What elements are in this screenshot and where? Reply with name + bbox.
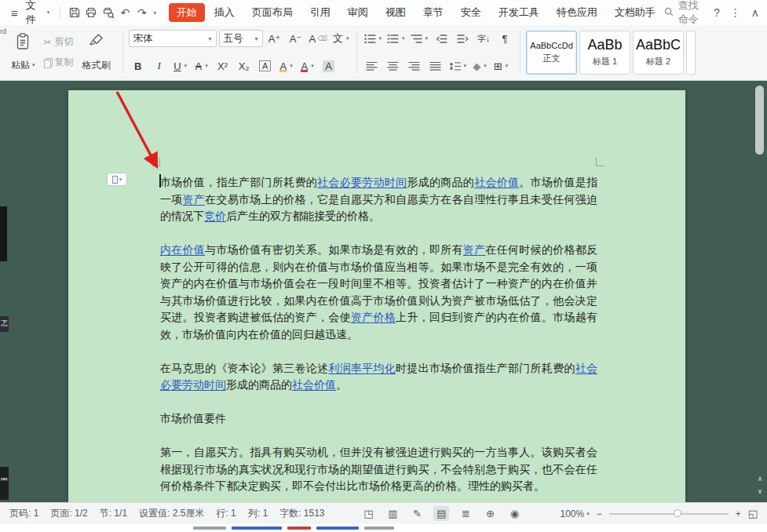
previous-page-button[interactable]: ∧ (754, 473, 765, 485)
status-item[interactable]: 设置值: 2.5厘米 (139, 507, 204, 520)
numbered-list-button[interactable] (385, 30, 407, 47)
read-mode-icon[interactable]: ▥ (385, 506, 400, 521)
justify-button[interactable] (426, 57, 445, 75)
redo-icon[interactable]: ↷ (133, 3, 151, 22)
show-formatting-marks-button[interactable]: ¶ (495, 30, 514, 47)
print-preview-icon[interactable] (100, 3, 117, 22)
print-icon[interactable] (83, 3, 100, 22)
hyperlink[interactable]: 资产价格 (351, 312, 396, 323)
sort-button[interactable]: 字↓ (474, 30, 493, 47)
font-size-select[interactable]: 五号▾ (219, 30, 263, 47)
bullet-list-button[interactable] (363, 30, 384, 47)
tab-insert[interactable]: 插入 (206, 3, 243, 22)
paragraph-tools-button[interactable]: ▾ (107, 173, 127, 186)
zoom-slider-knob[interactable] (674, 509, 681, 517)
next-page-button[interactable]: ∨ (754, 486, 765, 497)
font-color-button[interactable]: A (298, 57, 317, 75)
tab-doc-assistant[interactable]: 文档助手 (607, 3, 663, 22)
character-border-button[interactable]: A (256, 57, 275, 75)
hyperlink[interactable]: 利润率平均化 (328, 363, 396, 374)
tab-section[interactable]: 章节 (415, 3, 451, 22)
document-page[interactable]: ▾ 市场价值，指生产部门所耗费的社会必要劳动时间形成的商品的社会价值。市场价值是… (68, 90, 685, 502)
line-spacing-button[interactable] (447, 57, 469, 75)
underline-button[interactable]: U (171, 57, 190, 75)
style-normal[interactable]: AaBbCcDd 正文 (526, 31, 577, 75)
collapse-ribbon-icon[interactable]: ∧ (751, 6, 759, 19)
hyperlink[interactable]: 社会价值 (292, 379, 336, 391)
tab-view[interactable]: 视图 (378, 3, 414, 22)
shading-button[interactable]: ◆ (470, 57, 489, 75)
pinyin-guide-button[interactable]: 文 (331, 30, 351, 47)
hyperlink[interactable]: 资产 (463, 244, 486, 256)
increase-font-button[interactable]: A⁺ (265, 30, 284, 47)
web-layout-view-icon[interactable]: ⊕ (482, 506, 498, 521)
fullscreen-view-icon[interactable]: ◳ (360, 506, 376, 521)
highlight-color-button[interactable]: A (277, 57, 296, 75)
borders-button[interactable]: ⊞ (491, 57, 510, 75)
hyperlink[interactable]: 社会必要劳动时间 (317, 177, 407, 188)
align-right-button[interactable] (405, 57, 424, 75)
zoom-out-button[interactable]: − (597, 508, 602, 519)
ink-pen-icon[interactable]: ✎ (409, 506, 425, 521)
strikethrough-button[interactable]: A (192, 57, 211, 75)
save-icon[interactable] (66, 3, 83, 22)
eye-protection-mode-icon[interactable]: ◉ (506, 506, 522, 521)
print-layout-view-icon[interactable]: ▤ (433, 506, 449, 521)
status-item[interactable]: 字数: 1513 (279, 507, 324, 520)
paragraph-group: 字↓ ¶ ◆ ⊞ (363, 29, 515, 75)
paste-button[interactable]: 粘贴 (6, 29, 40, 75)
scrollbar-thumb[interactable] (755, 86, 764, 155)
more-menu-icon[interactable]: ⋮ (730, 6, 741, 19)
search-label: 查找命令 (678, 0, 703, 27)
outline-view-icon[interactable]: ≣ (458, 506, 473, 521)
zoom-slider[interactable] (609, 513, 729, 515)
copy-button[interactable]: 复制 (44, 56, 74, 69)
subscript-button[interactable]: X₂ (235, 57, 254, 75)
tab-references[interactable]: 引用 (302, 3, 338, 22)
align-center-button[interactable] (384, 57, 403, 75)
status-item[interactable]: 列: 1 (248, 507, 268, 520)
paragraph: 市场价值要件 (160, 410, 597, 428)
tab-home[interactable]: 开始 (169, 3, 205, 22)
clear-format-button[interactable]: A⌫ (308, 30, 329, 47)
file-menu-button[interactable]: 文件 (21, 0, 55, 29)
bold-button[interactable]: B (129, 57, 148, 75)
help-icon[interactable]: ? (714, 6, 720, 19)
align-left-button[interactable] (363, 57, 382, 75)
multilevel-list-button[interactable] (409, 30, 430, 47)
decrease-indent-button[interactable] (432, 30, 451, 47)
tab-security[interactable]: 安全 (453, 3, 489, 22)
main-menu-icon[interactable]: ≡ (8, 5, 21, 21)
quick-access-caret-icon[interactable]: ▾ (151, 3, 159, 22)
italic-button[interactable]: I (150, 57, 169, 75)
character-shading-button[interactable]: A (320, 57, 338, 75)
status-item[interactable]: 页面: 1/2 (50, 507, 87, 520)
vertical-scrollbar[interactable]: ∧ ∨ (754, 82, 765, 499)
zoom-level[interactable]: 100% (560, 508, 589, 519)
style-heading-1[interactable]: AaBb 标题 1 (579, 31, 630, 75)
undo-icon[interactable]: ↶ (117, 3, 134, 22)
increase-indent-button[interactable] (453, 30, 472, 47)
divider (60, 6, 60, 19)
hyperlink[interactable]: 社会价值 (474, 177, 519, 188)
style-heading-2[interactable]: AaBbC 标题 2 (633, 31, 684, 75)
superscript-button[interactable]: X² (214, 57, 232, 75)
status-item[interactable]: 节: 1/1 (100, 507, 127, 520)
hyperlink[interactable]: 内在价值 (160, 244, 205, 256)
decrease-font-button[interactable]: A⁻ (287, 30, 305, 47)
status-item[interactable]: 行: 1 (216, 507, 236, 520)
zoom-in-button[interactable]: + (736, 508, 741, 519)
search-command-button[interactable]: 查找命令 (663, 0, 703, 27)
fit-page-button[interactable]: ◱ (748, 508, 758, 519)
tab-page-layout[interactable]: 页面布局 (244, 3, 301, 22)
styles-gallery-overflow[interactable] (686, 31, 696, 75)
tab-dev-tools[interactable]: 开发工具 (491, 3, 547, 22)
hyperlink[interactable]: 资产 (183, 194, 206, 206)
tab-review[interactable]: 审阅 (340, 3, 376, 22)
format-painter-button[interactable]: 格式刷 (78, 29, 115, 75)
hyperlink[interactable]: 竞价 (204, 210, 226, 222)
font-name-select[interactable]: 宋体▾ (129, 30, 217, 47)
cut-button[interactable]: ✂ 剪切 (44, 35, 74, 49)
tab-special-apps[interactable]: 特色应用 (549, 3, 605, 22)
status-item[interactable]: 页码: 1 (9, 507, 38, 520)
